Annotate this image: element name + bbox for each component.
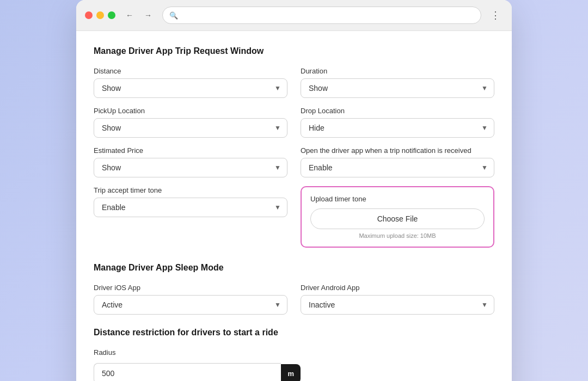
duration-field: Duration Show Hide ▼	[301, 67, 494, 98]
estimated-select[interactable]: Show Hide	[94, 158, 287, 177]
sleep-mode-grid: Driver iOS App Active Inactive ▼ Driver …	[94, 284, 494, 315]
pickup-select-wrapper: Show Hide ▼	[94, 118, 287, 138]
back-button[interactable]: ←	[122, 8, 137, 23]
radius-input[interactable]	[94, 363, 281, 381]
section2-title: Manage Driver App Sleep Mode	[94, 263, 494, 273]
distance-select-wrapper: Show Hide ▼	[94, 78, 287, 98]
pickup-label: PickUp Location	[94, 107, 287, 115]
radius-input-row: m	[94, 363, 301, 381]
search-icon: 🔍	[169, 11, 178, 20]
driver-ios-select[interactable]: Active Inactive	[94, 295, 287, 315]
estimated-field: Estimated Price Show Hide ▼	[94, 146, 287, 177]
upload-timer-section: Upload timer tone Choose File Maximum up…	[301, 186, 494, 248]
browser-window: ← → 🔍 ⋮ Manage Driver App Trip Request W…	[76, 0, 512, 381]
driver-ios-field: Driver iOS App Active Inactive ▼	[94, 284, 287, 315]
drop-select[interactable]: Show Hide	[301, 118, 494, 138]
trip-request-grid: Distance Show Hide ▼ Duration Show Hide	[94, 67, 494, 248]
nav-buttons: ← →	[122, 8, 156, 23]
open-driver-label: Open the driver app when a trip notifica…	[301, 146, 494, 155]
distance-field: Distance Show Hide ▼	[94, 67, 287, 98]
drop-field: Drop Location Show Hide ▼	[301, 107, 494, 138]
duration-select-wrapper: Show Hide ▼	[301, 78, 494, 98]
section1-title: Manage Driver App Trip Request Window	[94, 46, 494, 56]
address-bar[interactable]: 🔍	[162, 7, 481, 24]
radius-label: Radius	[94, 348, 301, 357]
choose-file-button[interactable]: Choose File	[310, 208, 485, 229]
trip-accept-select-wrapper: Enable Disable ▼	[94, 198, 287, 217]
upload-timer-field: Upload timer tone Choose File Maximum up…	[301, 186, 494, 248]
trip-accept-label: Trip accept timer tone	[94, 186, 287, 194]
drop-select-wrapper: Show Hide ▼	[301, 118, 494, 138]
forward-button[interactable]: →	[140, 8, 156, 23]
open-driver-select[interactable]: Enable Disable	[301, 158, 494, 177]
maximize-button[interactable]	[108, 11, 115, 19]
duration-select[interactable]: Show Hide	[301, 78, 494, 98]
upload-hint: Maximum upload size: 10MB	[310, 232, 485, 239]
driver-android-select-wrapper: Active Inactive ▼	[301, 295, 494, 315]
driver-android-label: Driver Android App	[301, 284, 494, 292]
radius-field: Radius m	[94, 348, 301, 381]
section3-title: Distance restriction for drivers to star…	[94, 328, 494, 337]
page-content: Manage Driver App Trip Request Window Di…	[76, 31, 512, 381]
more-menu-button[interactable]: ⋮	[488, 8, 503, 23]
open-driver-field: Open the driver app when a trip notifica…	[301, 146, 494, 177]
estimated-select-wrapper: Show Hide ▼	[94, 158, 287, 177]
estimated-label: Estimated Price	[94, 146, 287, 155]
close-button[interactable]	[85, 11, 93, 19]
duration-label: Duration	[301, 67, 494, 75]
driver-ios-label: Driver iOS App	[94, 284, 287, 292]
trip-accept-select[interactable]: Enable Disable	[94, 198, 287, 217]
drop-label: Drop Location	[301, 107, 494, 115]
distance-label: Distance	[94, 67, 287, 75]
trip-accept-field: Trip accept timer tone Enable Disable ▼	[94, 186, 287, 248]
radius-unit-badge: m	[281, 364, 301, 382]
pickup-field: PickUp Location Show Hide ▼	[94, 107, 287, 138]
driver-android-field: Driver Android App Active Inactive ▼	[301, 284, 494, 315]
driver-ios-select-wrapper: Active Inactive ▼	[94, 295, 287, 315]
driver-android-select[interactable]: Active Inactive	[301, 295, 494, 315]
open-driver-select-wrapper: Enable Disable ▼	[301, 158, 494, 177]
minimize-button[interactable]	[96, 11, 104, 19]
browser-chrome: ← → 🔍 ⋮	[76, 0, 512, 31]
distance-select[interactable]: Show Hide	[94, 78, 287, 98]
upload-timer-label: Upload timer tone	[310, 195, 485, 203]
pickup-select[interactable]: Show Hide	[94, 118, 287, 138]
traffic-lights	[85, 11, 115, 19]
